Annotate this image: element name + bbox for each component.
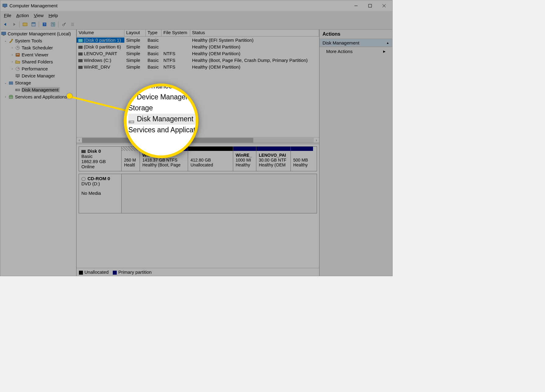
tree-device-manager[interactable]: Device Manager — [0, 72, 76, 79]
computer-management-window: Computer Management File Action View Hel… — [0, 0, 393, 276]
actions-header: Actions — [319, 30, 392, 39]
partition-stripe — [233, 147, 256, 151]
volume-row[interactable]: Windows (C:)SimpleBasicNTFSHealthy (Boot… — [77, 57, 319, 63]
volume-row[interactable]: WinRE_DRVSimpleBasicNTFSHealthy (OEM Par… — [77, 63, 319, 70]
svg-rect-8 — [32, 23, 35, 23]
device-icon — [15, 73, 20, 79]
partition[interactable]: LENOVO_PAI30.00 GB NTFHealthy (OEM — [256, 147, 291, 171]
refresh-button[interactable] — [49, 21, 57, 28]
menu-file[interactable]: File — [2, 12, 14, 19]
actions-pane: Actions Disk Management ▲ More Actions ▶ — [319, 30, 392, 276]
menu-action[interactable]: Action — [14, 12, 31, 19]
tree-system-tools[interactable]: ⌄ System Tools — [0, 37, 76, 44]
tools-icon — [8, 38, 14, 44]
tree-task-scheduler[interactable]: › Task Scheduler — [0, 44, 76, 51]
collapse-icon: ▲ — [386, 41, 389, 45]
volume-table-header[interactable]: Volume Layout Type File System Status — [77, 30, 319, 37]
col-status[interactable]: Status — [190, 30, 319, 36]
cdrom-row[interactable]: CD-ROM 0 DVD (D:) No Media — [79, 174, 317, 213]
col-type[interactable]: Type — [146, 30, 162, 36]
callout-dot — [67, 93, 72, 99]
svg-rect-18 — [3, 35, 5, 36]
callout-magnifier: erformance Device Manager Storage Disk M… — [124, 84, 198, 158]
settings-button[interactable] — [60, 21, 68, 28]
menu-view[interactable]: View — [31, 12, 46, 19]
close-button[interactable] — [377, 0, 391, 11]
volume-icon — [78, 46, 83, 49]
volume-icon — [78, 39, 83, 42]
partition-stripe — [256, 147, 290, 151]
tree-services-applications[interactable]: › Services and Applications — [0, 93, 76, 100]
clock-icon — [15, 45, 20, 51]
svg-rect-3 — [369, 4, 372, 7]
actions-more[interactable]: More Actions ▶ — [319, 47, 392, 56]
col-layout[interactable]: Layout — [124, 30, 146, 36]
scroll-left-button[interactable]: ‹ — [77, 138, 82, 142]
partition-stripe — [291, 147, 313, 151]
volume-row[interactable]: LENOVO_PARTSimpleBasicNTFSHealthy (OEM P… — [77, 50, 319, 57]
chevron-down-icon: ⌄ — [3, 39, 8, 42]
event-icon — [15, 52, 20, 58]
svg-rect-28 — [17, 77, 18, 77]
actions-section[interactable]: Disk Management ▲ — [319, 39, 392, 47]
chevron-right-icon: › — [10, 60, 14, 63]
tree-storage[interactable]: ⌄ Storage — [0, 79, 76, 86]
tree-disk-management[interactable]: Disk Management — [0, 86, 76, 93]
col-volume[interactable]: Volume — [77, 30, 124, 36]
volume-icon — [78, 52, 83, 55]
col-filesystem[interactable]: File System — [162, 30, 190, 36]
volume-table[interactable]: (Disk 0 partition 1)SimpleBasicHealthy (… — [77, 37, 319, 70]
disk-management-pane: Volume Layout Type File System Status (D… — [77, 30, 319, 276]
disk-icon — [81, 150, 86, 153]
partition[interactable]: WinRE_1000 MIHealthy — [233, 147, 256, 171]
chevron-right-icon: › — [10, 53, 14, 56]
toolbar: ? — [0, 20, 392, 30]
partition-stripe — [188, 147, 233, 151]
partition[interactable]: 412.80 GBUnallocated — [188, 147, 233, 171]
menu-help[interactable]: Help — [46, 12, 60, 19]
navigation-tree[interactable]: Computer Management (Local) ⌄ System Too… — [0, 30, 77, 276]
tree-event-viewer[interactable]: › Event Viewer — [0, 51, 76, 58]
cd-icon — [81, 177, 86, 181]
partition[interactable]: 260 MHealtl — [122, 147, 140, 171]
svg-rect-27 — [16, 74, 20, 77]
maximize-button[interactable] — [363, 0, 377, 11]
minimize-button[interactable] — [349, 0, 363, 11]
titlebar[interactable]: Computer Management — [0, 0, 392, 11]
help-button[interactable]: ? — [41, 21, 48, 28]
tree-root[interactable]: Computer Management (Local) — [0, 30, 76, 37]
disk-0-row[interactable]: Disk 0 Basic 1862.89 GB Online 260 MHeal… — [79, 146, 317, 171]
show-hide-console-button[interactable] — [21, 21, 29, 28]
volume-row[interactable]: (Disk 0 partition 6)SimpleBasicHealthy (… — [77, 43, 319, 50]
chevron-right-icon: ▶ — [383, 50, 386, 53]
svg-rect-1 — [4, 7, 6, 8]
svg-point-38 — [130, 122, 130, 122]
svg-rect-0 — [3, 4, 7, 7]
computer-icon — [1, 31, 6, 37]
legend-swatch-primary — [113, 271, 117, 275]
legend-swatch-unallocated — [79, 271, 83, 275]
tree-shared-folders[interactable]: › Shared Folders — [0, 58, 76, 65]
scroll-right-button[interactable]: › — [314, 138, 319, 142]
legend: Unallocated Primary partition — [77, 268, 319, 276]
volume-icon — [78, 66, 83, 69]
cdrom-info: CD-ROM 0 DVD (D:) No Media — [79, 174, 122, 213]
svg-line-13 — [64, 23, 66, 24]
tree-performance[interactable]: › Performance — [0, 65, 76, 72]
volume-row[interactable]: (Disk 0 partition 1)SimpleBasicHealthy (… — [77, 37, 319, 43]
disk-map: Disk 0 Basic 1862.89 GB Online 260 MHeal… — [77, 144, 319, 218]
svg-point-19 — [12, 39, 13, 40]
chevron-right-icon: › — [3, 95, 8, 98]
nav-back-button[interactable] — [2, 21, 9, 28]
disk-0-info: Disk 0 Basic 1862.89 GB Online — [79, 147, 122, 171]
volume-scrollbar[interactable]: ‹ › — [77, 137, 319, 143]
partition[interactable]: 500 MBHealthy — [291, 147, 313, 171]
svg-rect-36 — [131, 101, 132, 101]
disk-icon — [15, 87, 20, 93]
svg-rect-11 — [51, 23, 55, 26]
svg-rect-24 — [16, 54, 19, 55]
properties-button[interactable] — [30, 21, 37, 28]
chevron-right-icon: › — [10, 46, 14, 49]
nav-forward-button[interactable] — [10, 21, 18, 28]
list-button[interactable] — [69, 21, 76, 28]
